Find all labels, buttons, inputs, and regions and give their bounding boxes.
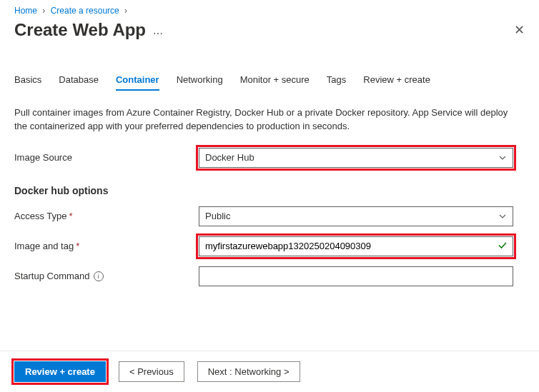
tab-basics[interactable]: Basics xyxy=(14,74,41,91)
wizard-footer: Review + create < Previous Next : Networ… xyxy=(0,351,539,392)
tabs: Basics Database Container Networking Mon… xyxy=(14,50,525,91)
content-scroll[interactable]: Basics Database Container Networking Mon… xyxy=(0,50,539,351)
image-tag-input[interactable] xyxy=(199,236,513,256)
close-icon[interactable]: ✕ xyxy=(514,22,525,38)
image-source-value: Docker Hub xyxy=(205,152,254,163)
tab-review-create[interactable]: Review + create xyxy=(363,74,430,91)
tab-database[interactable]: Database xyxy=(59,74,99,91)
access-type-select[interactable]: Public xyxy=(199,206,513,226)
info-icon[interactable]: i xyxy=(94,271,104,281)
required-marker: * xyxy=(69,211,72,221)
chevron-down-icon xyxy=(498,154,507,162)
more-icon[interactable]: ⋯ xyxy=(153,28,163,39)
page-title: Create Web App xyxy=(14,20,146,39)
startup-command-input[interactable] xyxy=(199,266,513,286)
image-source-select[interactable]: Docker Hub xyxy=(199,148,513,168)
tab-monitor-secure[interactable]: Monitor + secure xyxy=(240,74,310,91)
chevron-down-icon xyxy=(498,212,507,221)
tab-networking[interactable]: Networking xyxy=(177,74,223,91)
description-text: Pull container images from Azure Contain… xyxy=(14,106,515,134)
breadcrumb-create-resource[interactable]: Create a resource xyxy=(51,6,119,16)
section-docker-options: Docker hub options xyxy=(14,185,525,196)
chevron-right-icon: › xyxy=(42,6,45,16)
required-marker: * xyxy=(76,241,79,251)
breadcrumb-home[interactable]: Home xyxy=(14,6,37,16)
review-create-button[interactable]: Review + create xyxy=(14,361,106,382)
previous-button[interactable]: < Previous xyxy=(119,361,184,382)
next-button[interactable]: Next : Networking > xyxy=(197,361,300,382)
breadcrumb: Home › Create a resource › xyxy=(0,0,539,19)
tab-container[interactable]: Container xyxy=(116,74,159,91)
image-source-label: Image Source xyxy=(14,152,199,163)
chevron-right-icon: › xyxy=(124,6,127,16)
startup-command-label: Startup Command i xyxy=(14,271,199,281)
image-tag-label: Image and tag* xyxy=(14,241,199,251)
access-type-label: Access Type* xyxy=(14,211,199,221)
access-type-value: Public xyxy=(205,211,230,221)
tab-tags[interactable]: Tags xyxy=(327,74,346,91)
